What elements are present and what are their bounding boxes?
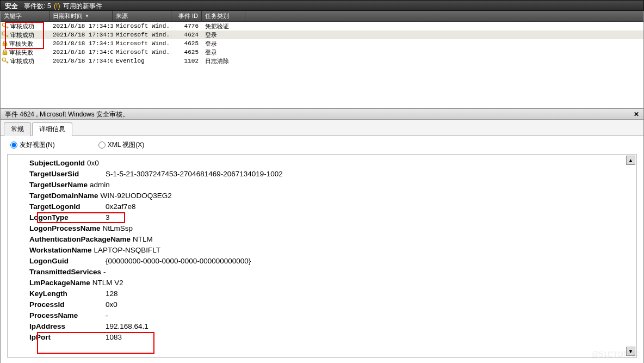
event-category: 登录 [202, 40, 245, 48]
detail-field: IpPort1083 [29, 332, 615, 343]
key-icon [2, 22, 9, 30]
event-source: Microsoft Wind... [113, 49, 171, 56]
detail-field-value: admin [90, 180, 110, 190]
event-count-label: 事件数: [24, 2, 45, 10]
lock-icon [2, 49, 8, 56]
watermark: @51CTO博客 [591, 350, 639, 360]
detail-field-key: KeyLength [29, 288, 106, 299]
event-category: 日志清除 [202, 57, 245, 65]
detail-field: TargetDomainNameWIN-92UODOQ3EG2 [29, 190, 615, 201]
event-id: 4625 [171, 40, 202, 47]
detail-field-value: - [106, 310, 108, 321]
new-events-label: 可用的新事件 [63, 2, 102, 10]
detail-field-value: 128 [106, 288, 118, 299]
svg-rect-3 [3, 52, 7, 54]
event-list: 关键字 日期和时间 ▼ 来源 事件 ID 任务类别 审核成功2021/8/18 … [0, 11, 644, 109]
scroll-up-button[interactable]: ▲ [626, 156, 635, 165]
detail-field-key: TargetDomainName [29, 190, 98, 201]
event-source: Microsoft Wind... [113, 32, 171, 38]
event-count: 5 [47, 2, 51, 10]
detail-field: ProcessName- [29, 310, 615, 321]
detail-field-key: IpPort [29, 332, 106, 343]
detail-field-value: 192.168.64.1 [106, 321, 148, 332]
detail-field-value: NTLM V2 [92, 278, 123, 288]
col-header-datetime[interactable]: 日期和时间 ▼ [49, 11, 113, 21]
tab-general[interactable]: 常规 [4, 122, 31, 136]
detail-field-key: LogonGuid [29, 256, 106, 267]
event-datetime: 2021/8/18 17:34:09 [49, 49, 113, 56]
tab-details[interactable]: 详细信息 [32, 122, 72, 136]
col-header-taskcat[interactable]: 任务类别 [202, 11, 245, 21]
event-datetime: 2021/8/18 17:34:12 [49, 32, 113, 38]
event-category: 登录 [202, 48, 245, 57]
detail-field-key: TransmittedServices [29, 267, 101, 278]
detail-field-value: LAPTOP-NSQBIFLT [94, 245, 161, 256]
event-id: 4624 [171, 32, 202, 38]
detail-field-key: IpAddress [29, 321, 106, 332]
key-icon [2, 57, 9, 65]
detail-tabs: 常规 详细信息 [1, 120, 643, 136]
detail-field: LogonType3 [29, 212, 615, 223]
col-header-source[interactable]: 来源 [113, 11, 171, 21]
event-category: 登录 [202, 31, 245, 39]
detail-field-value: 0x2af7e8 [106, 201, 136, 212]
event-keyword: 审核成功 [10, 57, 34, 65]
detail-field: KeyLength128 [29, 288, 615, 299]
detail-field-value: NtLmSsp [103, 223, 133, 234]
detail-field: IpAddress192.168.64.1 [29, 321, 615, 332]
security-log-titlebar: 安全 事件数: 5 (!) 可用的新事件 [0, 0, 644, 11]
event-id: 4776 [171, 23, 202, 29]
table-row[interactable]: 审核失败2021/8/18 17:34:09Microsoft Wind...4… [1, 48, 643, 57]
event-keyword: 审核成功 [10, 31, 34, 39]
detail-field: TargetUserSidS-1-5-21-3037247453-2704681… [29, 169, 615, 180]
event-source: Microsoft Wind... [113, 23, 171, 29]
view-mode-radio: 友好视图(N) XML 视图(X) [1, 136, 643, 154]
detail-field-key: LogonProcessName [29, 223, 101, 234]
detail-field-key: SubjectLogonId [29, 158, 85, 169]
detail-field-key: TargetUserSid [29, 169, 106, 180]
detail-field-key: ProcessId [29, 299, 106, 310]
detail-field-value: {00000000-0000-0000-0000-000000000000} [106, 256, 251, 267]
detail-field: SubjectLogonId0x0 [29, 158, 615, 169]
detail-field: AuthenticationPackageNameNTLM [29, 234, 615, 245]
event-source: Microsoft Wind... [113, 40, 171, 47]
detail-body: SubjectLogonId0x0TargetUserSidS-1-5-21-3… [7, 154, 637, 358]
detail-field: TransmittedServices- [29, 267, 615, 278]
detail-field-value: NTLM [133, 234, 153, 245]
key-icon [2, 31, 9, 39]
radio-friendly-input[interactable] [10, 141, 17, 149]
col-header-eventid[interactable]: 事件 ID [171, 11, 202, 21]
event-id: 1102 [171, 58, 202, 64]
alert-icon: (!) [54, 2, 60, 10]
detail-field-key: WorkstationName [29, 245, 92, 256]
detail-field: TargetLogonId0x2af7e8 [29, 201, 615, 212]
detail-field-value: S-1-5-21-3037247453-2704681469-206713401… [106, 169, 283, 180]
event-id: 4625 [171, 49, 202, 56]
radio-xml-view[interactable]: XML 视图(X) [98, 140, 145, 150]
close-icon[interactable]: ✕ [634, 109, 639, 119]
table-row[interactable]: 审核成功2021/8/18 17:34:05Eventlog1102日志清除 [1, 57, 643, 65]
event-datetime: 2021/8/18 17:34:05 [49, 58, 113, 64]
detail-titlebar: 事件 4624 , Microsoft Windows 安全审核。 ✕ [1, 109, 643, 120]
lock-icon [2, 40, 8, 47]
table-row[interactable]: 审核成功2021/8/18 17:34:12Microsoft Wind...4… [1, 22, 643, 30]
event-detail-panel: 事件 4624 , Microsoft Windows 安全审核。 ✕ 常规 详… [0, 109, 644, 363]
detail-field-key: ProcessName [29, 310, 106, 321]
detail-field-key: LmPackageName [29, 278, 90, 288]
col-header-keyword[interactable]: 关键字 [1, 11, 49, 21]
detail-field-key: TargetLogonId [29, 201, 106, 212]
event-keyword: 审核失败 [9, 40, 33, 48]
svg-point-4 [2, 58, 5, 61]
detail-field-value: 3 [106, 212, 110, 223]
detail-field-key: AuthenticationPackageName [29, 234, 131, 245]
detail-field: LmPackageNameNTLM V2 [29, 278, 615, 288]
radio-xml-input[interactable] [98, 141, 106, 149]
svg-point-0 [2, 23, 5, 26]
table-row[interactable]: 审核成功2021/8/18 17:34:12Microsoft Wind...4… [1, 30, 643, 39]
detail-field: TargetUserNameadmin [29, 180, 615, 190]
detail-field-value: - [103, 267, 106, 278]
table-row[interactable]: 审核失败2021/8/18 17:34:10Microsoft Wind...4… [1, 39, 643, 48]
detail-title: 事件 4624 , Microsoft Windows 安全审核。 [5, 109, 129, 119]
radio-friendly-view[interactable]: 友好视图(N) [10, 140, 55, 150]
event-keyword: 审核成功 [10, 22, 34, 30]
